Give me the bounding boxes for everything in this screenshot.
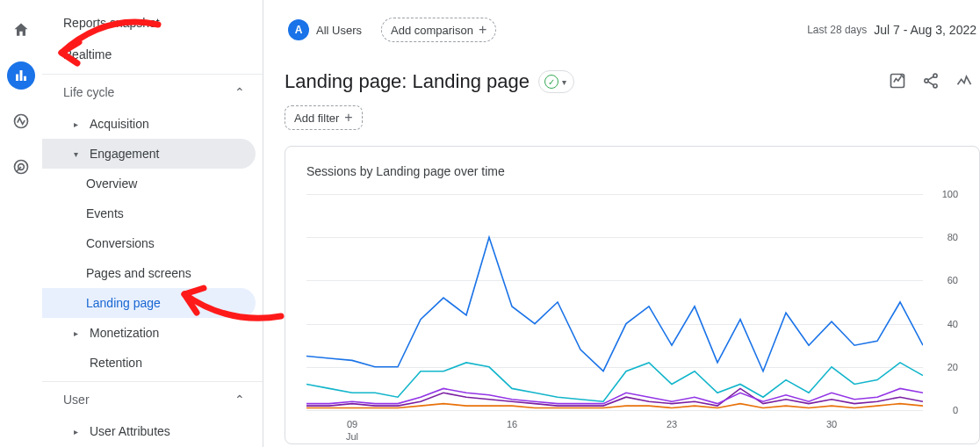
chevron-up-icon: ⌃ [234, 393, 245, 407]
main-content: A All Users Add comparison + Last 28 day… [263, 0, 980, 447]
icon-rail [0, 0, 42, 447]
sidebar-section-life-cycle[interactable]: Life cycle ⌃ [42, 74, 263, 109]
add-comparison-button[interactable]: Add comparison + [381, 18, 496, 42]
caret-down-icon: ▾ [562, 77, 566, 87]
sidebar-section-label: Life cycle [63, 85, 114, 99]
sidebar-section-label: User [63, 393, 90, 407]
chevron-up-icon: ⌃ [234, 85, 245, 99]
insights-icon[interactable] [955, 72, 973, 92]
chart-y-tick: 40 [948, 319, 958, 329]
chart-series-line [306, 363, 923, 401]
status-pill[interactable]: ✓ ▾ [538, 70, 574, 93]
sidebar-item-retention[interactable]: Retention [42, 348, 256, 378]
advertising-icon[interactable] [7, 153, 35, 181]
chart-y-tick: 100 [942, 189, 958, 199]
plus-icon: + [479, 23, 486, 37]
title-actions [889, 72, 973, 92]
customize-report-icon[interactable] [889, 72, 906, 92]
sidebar-item-acquisition[interactable]: ▸ Acquisition [42, 109, 256, 139]
add-filter-button[interactable]: Add filter + [285, 105, 363, 130]
sidebar-item-label: Acquisition [90, 117, 149, 131]
caret-right-icon: ▸ [74, 328, 83, 338]
sidebar-item-label: User Attributes [90, 424, 170, 438]
share-icon[interactable] [922, 72, 940, 92]
title-row: Landing page: Landing page ✓ ▾ [285, 70, 980, 93]
chart-x-tick: 16 [507, 419, 517, 429]
caret-right-icon: ▸ [74, 119, 83, 129]
chart-x-tick: 23 [667, 419, 677, 429]
sidebar-item-conversions[interactable]: Conversions [42, 228, 256, 258]
top-bar: A All Users Add comparison + Last 28 day… [285, 14, 980, 46]
sidebar-item-monetization[interactable]: ▸ Monetization [42, 318, 256, 348]
explore-icon[interactable] [7, 107, 35, 135]
svg-rect-0 [16, 75, 18, 82]
segment-badge: A [288, 19, 309, 40]
chart-card: Sessions by Landing page over time 02040… [285, 146, 980, 444]
sidebar-item-engagement[interactable]: ▾ Engagement [42, 139, 256, 169]
page-title: Landing page: Landing page [285, 70, 530, 93]
title-left: Landing page: Landing page ✓ ▾ [285, 70, 574, 93]
date-range-picker[interactable]: Last 28 days Jul 7 - Aug 3, 2022 [807, 23, 980, 37]
chart-title: Sessions by Landing page over time [306, 164, 958, 178]
add-filter-label: Add filter [294, 112, 339, 125]
chart-x-tick: 09 [347, 419, 357, 429]
sidebar-item-events[interactable]: Events [42, 198, 256, 228]
sidebar-item-label: Engagement [90, 147, 159, 161]
add-comparison-label: Add comparison [391, 24, 473, 37]
segment-chip-all-users[interactable]: A All Users [285, 16, 372, 44]
filter-row: Add filter + [285, 105, 980, 130]
sidebar-item-reports-snapshot[interactable]: Reports snapshot [42, 7, 256, 39]
chart-y-tick: 60 [948, 275, 958, 285]
reports-icon[interactable] [7, 61, 35, 90]
sidebar-item-realtime[interactable]: Realtime [42, 39, 256, 70]
sidebar-item-label: Monetization [90, 326, 159, 340]
chart-y-tick: 80 [948, 232, 958, 242]
chart-y-tick: 20 [948, 362, 958, 372]
chart-series-line [306, 237, 923, 371]
date-range-label: Last 28 days [807, 24, 867, 36]
caret-right-icon: ▸ [74, 427, 83, 436]
chart-svg [306, 191, 923, 410]
date-range-value: Jul 7 - Aug 3, 2022 [874, 23, 976, 37]
home-icon[interactable] [7, 16, 35, 44]
check-icon: ✓ [544, 75, 558, 89]
sidebar-item-overview[interactable]: Overview [42, 169, 256, 198]
chart-y-tick: 0 [953, 405, 958, 415]
sidebar: Reports snapshot Realtime Life cycle ⌃ ▸… [42, 0, 263, 447]
segment-label: All Users [316, 24, 362, 37]
svg-rect-1 [20, 70, 23, 81]
chart-x-sublabel: Jul [346, 431, 358, 442]
sidebar-item-label: Retention [90, 356, 142, 370]
sidebar-item-user-attributes[interactable]: ▸ User Attributes [42, 416, 256, 446]
svg-rect-2 [24, 76, 26, 81]
caret-down-icon: ▾ [74, 149, 83, 159]
chart-area: 02040608010009162330Jul [306, 191, 958, 435]
plus-icon: + [344, 111, 352, 125]
chart-x-tick: 30 [826, 419, 837, 429]
sidebar-section-user[interactable]: User ⌃ [42, 381, 263, 416]
chart-gridline [306, 410, 923, 411]
segment-controls: A All Users Add comparison + [285, 16, 496, 44]
sidebar-item-pages-screens[interactable]: Pages and screens [42, 258, 256, 288]
sidebar-item-landing-page[interactable]: Landing page [42, 288, 256, 318]
